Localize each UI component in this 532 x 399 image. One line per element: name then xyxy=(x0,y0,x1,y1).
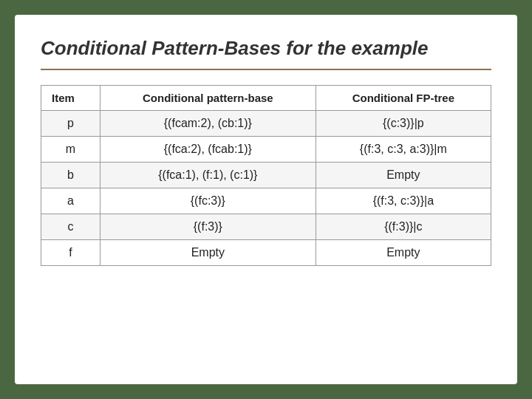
cell-fp-tree: Empty xyxy=(316,240,491,266)
cell-item: b xyxy=(41,163,100,188)
cell-pattern-base: {(fcam:2), (cb:1)} xyxy=(100,111,316,137)
cell-fp-tree: {(c:3)}|p xyxy=(316,111,491,137)
cell-pattern-base: Empty xyxy=(100,240,316,266)
slide-title: Conditional Pattern-Bases for the exampl… xyxy=(41,37,491,60)
slide: Conditional Pattern-Bases for the exampl… xyxy=(15,15,517,384)
table-row: fEmptyEmpty xyxy=(41,240,491,266)
col-header-fp-tree: Conditional FP-tree xyxy=(316,86,491,111)
table-row: c{(f:3)}{(f:3)}|c xyxy=(41,214,491,240)
cell-fp-tree: {(f:3)}|c xyxy=(316,214,491,240)
cell-item: a xyxy=(41,188,100,214)
cell-pattern-base: {(fc:3)} xyxy=(100,188,316,214)
cell-item: m xyxy=(41,137,100,163)
col-header-pattern-base: Conditional pattern-base xyxy=(100,86,316,111)
table-row: b{(fca:1), (f:1), (c:1)}Empty xyxy=(41,163,491,188)
cell-pattern-base: {(f:3)} xyxy=(100,214,316,240)
cell-fp-tree: {(f:3, c:3, a:3)}|m xyxy=(316,137,491,163)
table-header-row: Item Conditional pattern-base Conditiona… xyxy=(41,86,491,111)
cell-fp-tree: Empty xyxy=(316,163,491,188)
cell-item: f xyxy=(41,240,100,266)
table-row: p{(fcam:2), (cb:1)}{(c:3)}|p xyxy=(41,111,491,137)
cell-pattern-base: {(fca:2), (fcab:1)} xyxy=(100,137,316,163)
cell-fp-tree: {(f:3, c:3)}|a xyxy=(316,188,491,214)
title-divider xyxy=(41,69,491,70)
cell-item: p xyxy=(41,111,100,137)
col-header-item: Item xyxy=(41,86,100,111)
table-container: Item Conditional pattern-base Conditiona… xyxy=(41,85,491,362)
table-row: a{(fc:3)}{(f:3, c:3)}|a xyxy=(41,188,491,214)
table-row: m{(fca:2), (fcab:1)}{(f:3, c:3, a:3)}|m xyxy=(41,137,491,163)
cell-pattern-base: {(fca:1), (f:1), (c:1)} xyxy=(100,163,316,188)
cell-item: c xyxy=(41,214,100,240)
conditional-pattern-table: Item Conditional pattern-base Conditiona… xyxy=(41,85,491,266)
